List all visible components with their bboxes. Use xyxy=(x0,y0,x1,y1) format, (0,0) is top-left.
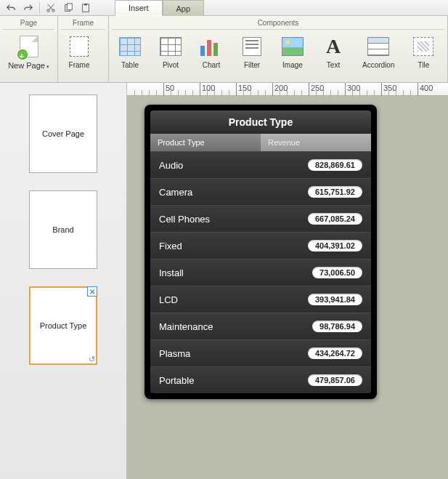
separator xyxy=(39,2,40,14)
row-name: Install xyxy=(159,267,184,278)
table-row[interactable]: LCD393,941.84 xyxy=(150,286,371,313)
ruler-minor-tick xyxy=(330,90,331,96)
table-row[interactable]: Plasma434,264.72 xyxy=(150,339,371,366)
table-row[interactable]: Camera615,751.92 xyxy=(150,178,371,205)
copy-button[interactable] xyxy=(60,1,76,15)
widget-title: Product Type xyxy=(150,110,371,134)
row-name: Plasma xyxy=(159,348,190,359)
row-value: 434,264.72 xyxy=(308,347,362,359)
row-name: Maintenance xyxy=(159,321,213,332)
dropdown-arrow-icon: ▾ xyxy=(46,64,49,69)
ruler-minor-tick xyxy=(243,90,244,96)
accordion-icon xyxy=(367,35,390,58)
paste-button[interactable] xyxy=(78,1,94,15)
work-area: Cover Page Brand Product Type ✕ ↺ 501001… xyxy=(0,83,448,479)
pivot-icon xyxy=(159,35,182,58)
row-value: 98,786.94 xyxy=(312,321,362,332)
design-canvas[interactable]: 50100150200250300350400 Product Type Pro… xyxy=(127,83,448,479)
chart-button[interactable]: Chart xyxy=(193,33,229,71)
chart-icon xyxy=(200,35,223,58)
delete-page-icon[interactable]: ✕ xyxy=(87,286,97,297)
filter-icon xyxy=(240,35,264,58)
table-row[interactable]: Cell Phones667,085.24 xyxy=(150,205,371,232)
new-page-icon: + xyxy=(17,35,41,58)
ruler-minor-tick xyxy=(134,90,135,96)
row-name: LCD xyxy=(159,294,178,305)
table-button[interactable]: Table xyxy=(112,33,148,71)
ruler-minor-tick xyxy=(251,90,251,96)
tab-insert[interactable]: Insert xyxy=(115,0,163,16)
ruler-minor-tick xyxy=(359,90,360,96)
ruler-tick: 400 xyxy=(418,83,433,96)
column-header-revenue[interactable]: Revenue xyxy=(261,134,371,151)
ruler-minor-tick xyxy=(156,90,157,96)
ruler-minor-tick xyxy=(410,90,411,96)
tile-icon xyxy=(412,35,435,58)
pages-panel: Cover Page Brand Product Type ✕ ↺ xyxy=(0,83,127,479)
ruler-minor-tick xyxy=(323,90,324,96)
frame-icon xyxy=(68,35,91,58)
page-thumb-product-type[interactable]: Product Type ✕ ↺ xyxy=(29,286,97,365)
ruler-minor-tick xyxy=(374,90,375,96)
table-row[interactable]: Fixed404,391.02 xyxy=(150,232,371,259)
table-row[interactable]: Install73,006.50 xyxy=(150,259,371,286)
row-name: Fixed xyxy=(159,241,182,251)
chart-label: Chart xyxy=(203,61,220,69)
svg-rect-5 xyxy=(84,3,87,5)
row-value: 73,006.50 xyxy=(312,267,362,278)
image-label: Image xyxy=(282,61,303,69)
text-icon: A xyxy=(322,35,345,58)
row-value: 828,869.61 xyxy=(308,159,362,171)
ruler-minor-tick xyxy=(207,90,208,96)
group-label-page: Page xyxy=(3,17,54,30)
text-button[interactable]: AText xyxy=(315,33,351,71)
table-label: Table xyxy=(121,61,139,69)
product-type-widget[interactable]: Product Type Product Type Revenue Audio8… xyxy=(144,105,377,399)
horizontal-ruler: 50100150200250300350400 xyxy=(127,83,448,96)
ruler-minor-tick xyxy=(352,90,353,96)
ruler-minor-tick xyxy=(294,90,295,96)
frame-button[interactable]: Frame xyxy=(61,33,97,71)
ribbon: Page + New Page▾ Frame Frame Components … xyxy=(0,16,448,83)
page-thumb-brand[interactable]: Brand xyxy=(29,190,97,269)
page-thumb-cover[interactable]: Cover Page xyxy=(29,94,97,173)
new-page-button[interactable]: + New Page▾ xyxy=(3,33,54,72)
ruler-minor-tick xyxy=(403,90,404,96)
redo-button[interactable] xyxy=(20,1,36,15)
ruler-minor-tick xyxy=(287,90,288,96)
ruler-minor-tick xyxy=(301,90,302,96)
ruler-minor-tick xyxy=(229,90,229,96)
table-row[interactable]: Portable479,857.06 xyxy=(150,366,371,393)
pivot-button[interactable]: Pivot xyxy=(152,33,189,71)
frame-label: Frame xyxy=(69,61,90,69)
table-row[interactable]: Audio828,869.61 xyxy=(150,151,371,178)
tab-app[interactable]: App xyxy=(163,0,205,16)
image-icon xyxy=(281,35,304,58)
row-name: Portable xyxy=(159,375,194,386)
ruler-minor-tick xyxy=(280,90,280,96)
widget-column-headers: Product Type Revenue xyxy=(150,134,371,151)
thumb-label: Brand xyxy=(52,225,73,235)
text-label: Text xyxy=(327,61,340,69)
row-name: Cell Phones xyxy=(159,214,210,225)
new-page-label: New Page xyxy=(8,61,45,70)
revert-icon[interactable]: ↺ xyxy=(86,354,97,364)
filter-button[interactable]: Filter xyxy=(234,33,270,71)
ruler-minor-tick xyxy=(214,90,215,96)
row-value: 667,085.24 xyxy=(308,213,362,225)
table-icon xyxy=(118,35,142,58)
undo-button[interactable] xyxy=(3,1,19,15)
row-value: 615,751.92 xyxy=(308,186,362,198)
accordion-button[interactable]: Accordion xyxy=(356,33,401,71)
column-header-product-type[interactable]: Product Type xyxy=(150,134,261,151)
table-row[interactable]: Maintenance98,786.94 xyxy=(150,313,371,339)
cut-button[interactable] xyxy=(43,1,59,15)
ruler-minor-tick xyxy=(142,90,142,96)
ruler-minor-tick xyxy=(185,90,186,96)
image-button[interactable]: Image xyxy=(274,33,311,71)
quick-access-toolbar: Insert App xyxy=(0,0,448,16)
tile-button[interactable]: Tile xyxy=(405,33,441,71)
ribbon-tabs: Insert App xyxy=(115,0,204,16)
ruler-minor-tick xyxy=(149,90,150,96)
ruler-minor-tick xyxy=(258,90,258,96)
